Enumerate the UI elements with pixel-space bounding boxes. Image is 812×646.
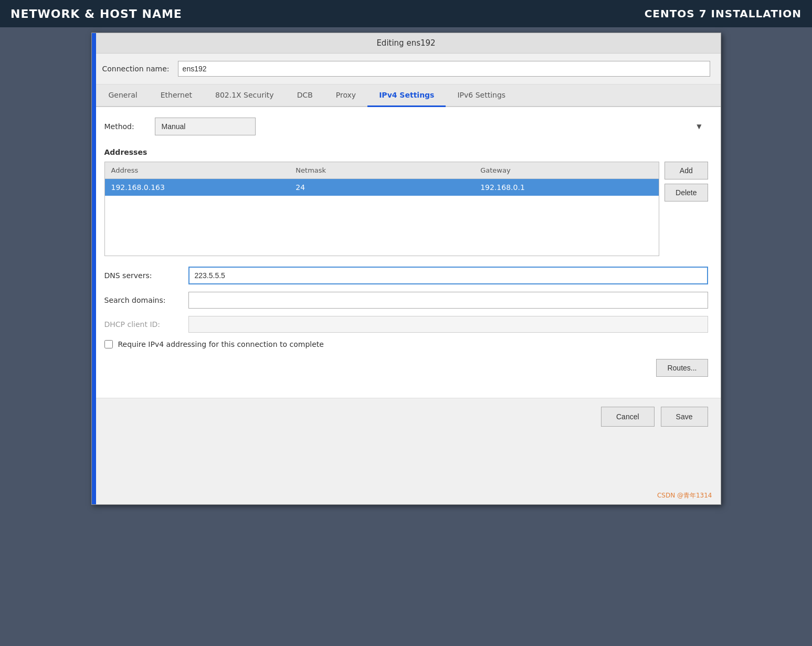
dns-label: DNS servers: bbox=[104, 271, 188, 280]
addresses-title: Addresses bbox=[104, 148, 708, 156]
require-ipv4-label: Require IPv4 addressing for this connect… bbox=[118, 340, 324, 348]
dialog-footer: Cancel Save bbox=[92, 398, 721, 435]
addresses-table-wrapper: Address Netmask Gateway 192.168.0.163 24… bbox=[104, 162, 708, 256]
ipv4-content: Method: Manual Automatic (DHCP) Link-Loc… bbox=[92, 107, 721, 398]
search-label: Search domains: bbox=[104, 296, 188, 304]
save-button[interactable]: Save bbox=[661, 407, 708, 427]
left-accent bbox=[92, 33, 96, 504]
table-row[interactable]: 192.168.0.163 24 192.168.0.1 bbox=[105, 179, 659, 196]
table-header: Address Netmask Gateway bbox=[105, 162, 659, 179]
dialog: Editing ens192 Connection name: General … bbox=[91, 33, 721, 505]
require-ipv4-checkbox[interactable] bbox=[104, 340, 113, 348]
add-button[interactable]: Add bbox=[665, 162, 708, 179]
connection-name-input[interactable] bbox=[178, 61, 710, 77]
dialog-overlay: Editing ens192 Connection name: General … bbox=[0, 27, 812, 646]
dns-input[interactable] bbox=[188, 267, 708, 284]
tab-ipv6[interactable]: IPv6 Settings bbox=[446, 84, 517, 107]
tab-ethernet[interactable]: Ethernet bbox=[149, 84, 204, 107]
method-label: Method: bbox=[104, 122, 146, 131]
routes-button[interactable]: Routes... bbox=[656, 359, 708, 377]
cancel-button[interactable]: Cancel bbox=[601, 407, 655, 427]
tab-dcb[interactable]: DCB bbox=[286, 84, 324, 107]
tab-proxy[interactable]: Proxy bbox=[324, 84, 367, 107]
cell-netmask: 24 bbox=[289, 179, 474, 196]
method-row: Method: Manual Automatic (DHCP) Link-Loc… bbox=[104, 118, 708, 135]
addresses-table: Address Netmask Gateway 192.168.0.163 24… bbox=[104, 162, 660, 256]
cell-address: 192.168.0.163 bbox=[105, 179, 290, 196]
tab-general[interactable]: General bbox=[97, 84, 149, 107]
search-input[interactable] bbox=[188, 292, 708, 309]
method-select[interactable]: Manual Automatic (DHCP) Link-Local Only … bbox=[155, 118, 256, 135]
dhcp-input bbox=[188, 316, 708, 333]
tabs-bar: General Ethernet 802.1X Security DCB Pro… bbox=[92, 84, 721, 107]
dhcp-label: DHCP client ID: bbox=[104, 320, 188, 329]
addresses-section: Addresses Address Netmask Gateway 192.16… bbox=[104, 148, 708, 256]
addresses-buttons: Add Delete bbox=[665, 162, 708, 202]
dialog-titlebar: Editing ens192 bbox=[92, 33, 721, 54]
header-netmask: Netmask bbox=[289, 162, 474, 178]
connection-name-label: Connection name: bbox=[102, 65, 170, 73]
header-gateway: Gateway bbox=[474, 162, 659, 178]
cell-gateway: 192.168.0.1 bbox=[474, 179, 659, 196]
routes-row: Routes... bbox=[104, 359, 708, 377]
header-address: Address bbox=[105, 162, 290, 178]
tab-ipv4[interactable]: IPv4 Settings bbox=[367, 84, 446, 107]
tab-security[interactable]: 802.1X Security bbox=[204, 84, 286, 107]
method-select-wrapper: Manual Automatic (DHCP) Link-Local Only … bbox=[155, 118, 708, 135]
watermark: CSDN @青年1314 bbox=[657, 491, 712, 500]
checkbox-row: Require IPv4 addressing for this connect… bbox=[104, 340, 708, 348]
centos-title: CENTOS 7 INSTALLATION bbox=[645, 7, 802, 20]
dialog-title: Editing ens192 bbox=[376, 38, 435, 48]
delete-button[interactable]: Delete bbox=[665, 184, 708, 202]
search-row: Search domains: bbox=[104, 292, 708, 309]
app-title: NETWORK & HOST NAME bbox=[10, 7, 182, 20]
dns-row: DNS servers: bbox=[104, 267, 708, 284]
connection-name-row: Connection name: bbox=[92, 54, 721, 84]
top-bar: NETWORK & HOST NAME CENTOS 7 INSTALLATIO… bbox=[0, 0, 812, 27]
dhcp-row: DHCP client ID: bbox=[104, 316, 708, 333]
